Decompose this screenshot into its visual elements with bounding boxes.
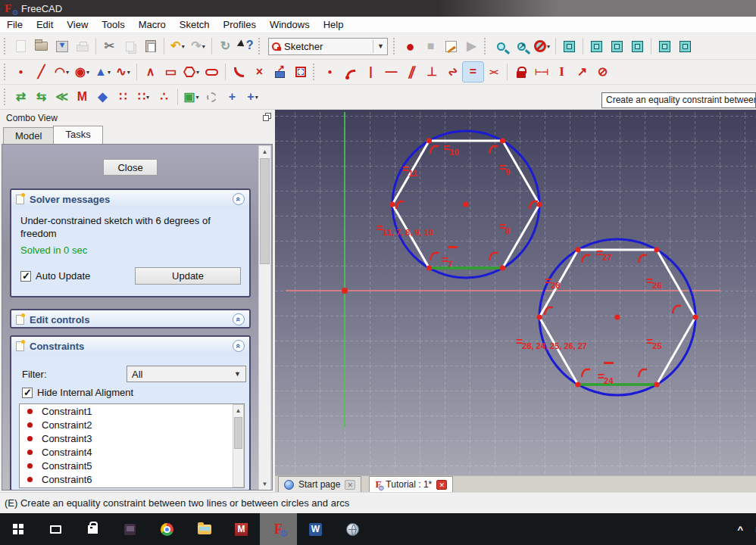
create-polygon-button[interactable]: ▾ <box>181 62 201 82</box>
zoom-selection-button[interactable] <box>511 36 532 56</box>
macro-edit-button[interactable] <box>441 36 461 56</box>
view-top-button[interactable] <box>607 36 627 56</box>
update-button[interactable]: Update <box>135 267 241 285</box>
macro-record-button[interactable]: ● <box>400 36 420 56</box>
constraint-list-scrollbar[interactable]: ▲ <box>233 404 244 487</box>
workbench-selector[interactable]: Sketcher ▼ <box>268 38 388 55</box>
symmetry-tool-button[interactable]: ◆ <box>92 87 113 107</box>
tab-tasks[interactable]: Tasks <box>53 126 102 144</box>
close-tab-icon[interactable]: ✕ <box>345 480 355 490</box>
dropdown-arrow-icon[interactable]: ▾ <box>127 69 130 76</box>
dropdown-arrow-icon[interactable]: ▾ <box>66 69 69 76</box>
origin-point[interactable] <box>342 288 348 294</box>
constraint-label[interactable]: =10 <box>443 142 459 157</box>
menu-file[interactable]: File <box>0 17 30 32</box>
constraint-list-item[interactable]: Constraint3 <box>20 431 244 445</box>
create-line-button[interactable]: ╱ <box>31 62 52 82</box>
constrain-distance-y-button[interactable]: I <box>551 62 572 82</box>
close-button[interactable]: Close <box>103 159 158 176</box>
auto-update-checkbox[interactable] <box>20 271 31 282</box>
menu-help[interactable]: Help <box>317 17 351 32</box>
taskbar-microsoft-store[interactable] <box>74 513 111 545</box>
float-panel-icon[interactable] <box>263 115 269 121</box>
create-slot-button[interactable] <box>201 62 222 82</box>
toolbar-grip[interactable] <box>4 89 8 105</box>
paste-button[interactable] <box>140 36 161 56</box>
dropdown-arrow-icon[interactable]: ▾ <box>547 43 550 50</box>
taskbar-chrome[interactable] <box>148 513 186 545</box>
tab-model[interactable]: Model <box>3 127 54 144</box>
collapse-section-button[interactable]: « <box>233 313 245 325</box>
constraint-label[interactable]: =27 <box>596 247 612 262</box>
constraint-list-item[interactable]: Constraint5 <box>20 459 244 472</box>
constrain-parallel-button[interactable]: ∥ <box>401 62 422 82</box>
dropdown-arrow-icon[interactable]: ▾ <box>196 69 199 76</box>
constrain-horizontal-button[interactable]: — <box>381 62 401 82</box>
chevron-down-icon[interactable]: ▼ <box>373 40 384 53</box>
constrain-equal-button[interactable]: = <box>463 62 483 82</box>
constraint-label[interactable]: =25 <box>646 335 662 350</box>
draw-style-button[interactable]: ▾ <box>532 36 552 56</box>
menu-windows[interactable]: Windows <box>263 17 317 32</box>
dropdown-arrow-icon[interactable]: ▾ <box>108 69 111 76</box>
filter-dropdown[interactable]: All ▼ <box>127 366 246 382</box>
constraints-header[interactable]: Constraints « <box>11 337 249 355</box>
constrain-distance-button[interactable]: ↗ <box>572 62 592 82</box>
constrain-lock-button[interactable] <box>511 62 531 82</box>
constrain-vertical-button[interactable]: | <box>361 62 381 82</box>
toolbar-grip[interactable] <box>393 38 398 54</box>
menu-tools[interactable]: Tools <box>95 17 131 32</box>
taskbar-globe-app[interactable] <box>334 513 371 545</box>
create-circle-button[interactable]: ◉▾ <box>72 62 92 82</box>
dropdown-arrow-icon[interactable]: ▾ <box>146 94 149 101</box>
scroll-up-arrow[interactable]: ▲ <box>233 405 243 416</box>
taskbar-red-m-app[interactable]: M <box>223 513 260 545</box>
constraint-label[interactable]: =9 <box>499 161 510 176</box>
approximate-bspline-button[interactable] <box>201 87 222 107</box>
menu-view[interactable]: View <box>60 17 95 32</box>
clone-tool-button[interactable]: ∷ <box>113 87 133 107</box>
toolbar-grip[interactable] <box>4 64 8 80</box>
scroll-down-arrow[interactable]: ▼ <box>259 478 270 490</box>
tab-start-page[interactable]: Start page ✕ <box>278 476 361 492</box>
constraint-label[interactable]: =11, 7, 8, 9, 10 <box>376 222 433 237</box>
solver-messages-header[interactable]: Solver messages « <box>11 190 249 208</box>
view-right-button[interactable] <box>627 36 648 56</box>
save-file-button[interactable] <box>52 36 72 56</box>
menu-sketch[interactable]: Sketch <box>173 17 217 32</box>
constraint-label[interactable]: =24 <box>598 370 614 385</box>
collapse-section-button[interactable]: « <box>233 340 245 352</box>
redo-button[interactable]: ↷▾ <box>188 36 208 56</box>
scrollbar-thumb[interactable] <box>234 417 242 449</box>
constrain-distance-x-button[interactable]: ⊢⊣ <box>531 62 551 82</box>
constraint-list-item[interactable]: Constraint6 <box>20 472 244 486</box>
constraint-list-item[interactable]: =Constraint7 <box>20 486 244 488</box>
scroll-up-arrow[interactable]: ▲ <box>259 146 270 157</box>
carbon-copy-button[interactable] <box>290 62 311 82</box>
refresh-button[interactable]: ↻ <box>215 36 236 56</box>
constrain-point-on-object-button[interactable] <box>340 62 361 82</box>
whats-this-button[interactable] <box>236 36 256 56</box>
dropdown-arrow-icon[interactable]: ▾ <box>86 69 89 76</box>
edit-controls-header[interactable]: Edit controls « <box>11 310 249 329</box>
macro-stop-button[interactable]: ■ <box>420 36 441 56</box>
constrain-perpendicular-button[interactable]: ⊥ <box>422 62 442 82</box>
constraint-label[interactable]: =8 <box>499 220 510 235</box>
create-arc-button[interactable]: ◠▾ <box>52 62 72 82</box>
close-tab-icon[interactable]: ✕ <box>436 480 447 490</box>
toolbar-grip[interactable] <box>313 64 317 80</box>
view-bottom-button[interactable] <box>675 36 695 56</box>
select-redundant-constraints-button[interactable]: ≪ <box>52 87 72 107</box>
sketch-viewport[interactable]: =10 =11 =9 =11, 7, 8, 9, 10 =8 =7 =27 =2… <box>275 110 756 475</box>
view-axonometric-button[interactable] <box>559 36 579 56</box>
select-conflicting-constraints-button[interactable]: M <box>72 87 92 107</box>
menu-macro[interactable]: Macro <box>132 17 173 32</box>
toolbar-grip[interactable] <box>258 38 263 54</box>
fit-all-button[interactable] <box>491 36 511 56</box>
rectangular-array-button[interactable]: ∴ <box>154 87 174 107</box>
dropdown-arrow-icon[interactable]: ▾ <box>182 43 185 50</box>
collapse-section-button[interactable]: « <box>233 193 245 205</box>
dropdown-arrow-icon[interactable]: ▾ <box>196 94 199 101</box>
print-button[interactable] <box>72 36 92 56</box>
menu-edit[interactable]: Edit <box>30 17 60 32</box>
